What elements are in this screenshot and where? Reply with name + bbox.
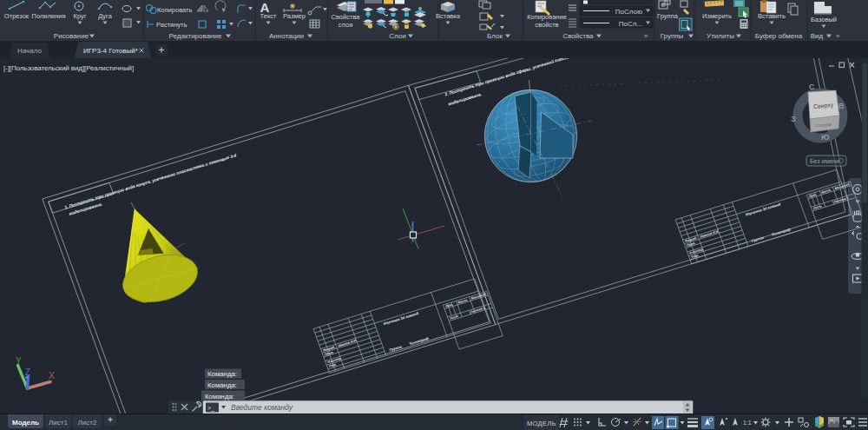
svg-text:Вид: Вид	[811, 32, 824, 40]
svg-text:Копирование: Копирование	[527, 13, 567, 21]
svg-text:С: С	[809, 83, 815, 91]
svg-text:1:1: 1:1	[743, 420, 752, 426]
svg-text:Вставка: Вставка	[436, 12, 461, 20]
svg-text:Редактирование: Редактирование	[169, 32, 222, 40]
svg-text:Полилиния: Полилиния	[32, 12, 66, 20]
svg-text:1. Построить три проекции вида: 1. Построить три проекции вида конуса, у…	[64, 153, 238, 210]
svg-text:ИГР3-4 Готовый*: ИГР3-4 Готовый*	[83, 47, 138, 55]
svg-text:Начало: Начало	[17, 47, 42, 55]
svg-text:Команда:: Команда:	[207, 370, 237, 378]
svg-text:Лист1: Лист1	[49, 419, 68, 427]
svg-text:Команда:: Команда:	[207, 381, 237, 389]
svg-text:Z: Z	[25, 367, 30, 377]
svg-text:Рисование: Рисование	[54, 32, 89, 40]
svg-text:Группа: Группа	[657, 12, 679, 20]
svg-text:Аннотации: Аннотации	[269, 32, 304, 40]
svg-text:З: З	[791, 115, 796, 123]
svg-text:В: В	[838, 102, 845, 110]
svg-text:Размер: Размер	[283, 12, 306, 20]
svg-text:>_: >_	[207, 405, 214, 412]
svg-text:Блок: Блок	[487, 32, 503, 40]
svg-text:Без имени: Без имени	[810, 158, 839, 164]
svg-text:ПоСл...: ПоСл...	[619, 20, 642, 28]
svg-text:ПоСлою: ПоСлою	[615, 8, 642, 16]
svg-text:Слои: Слои	[389, 32, 405, 40]
svg-text:X: X	[49, 371, 55, 380]
svg-text:Дуга: Дуга	[98, 12, 113, 20]
svg-text:[-][Пользовательский вид][Реал: [-][Пользовательский вид][Реалистичный]	[3, 64, 134, 72]
svg-text:Свойства: Свойства	[562, 32, 594, 40]
svg-text:Свойства: Свойства	[332, 13, 361, 21]
svg-text:Растянуть: Растянуть	[156, 21, 187, 29]
svg-text:свойств: свойств	[535, 21, 558, 29]
svg-text:Лист2: Лист2	[78, 419, 97, 427]
svg-text:Буфер обмена: Буфер обмена	[755, 32, 803, 40]
svg-text:Копировать: Копировать	[157, 6, 192, 14]
svg-text:Модель: Модель	[12, 419, 39, 427]
svg-text:Утилиты: Утилиты	[707, 32, 734, 40]
svg-text:Ю: Ю	[821, 133, 829, 142]
svg-text:МОДЕЛЬ: МОДЕЛЬ	[527, 420, 556, 427]
svg-text:Измерить: Измерить	[702, 12, 732, 20]
svg-text:A: A	[260, 0, 270, 15]
svg-text:Отрезок: Отрезок	[4, 12, 30, 20]
svg-text:»: »	[836, 32, 840, 40]
svg-text:Y: Y	[16, 356, 22, 366]
svg-text:Группы: Группы	[661, 32, 684, 40]
svg-text:Команда:: Команда:	[205, 393, 234, 400]
svg-text:Базовый: Базовый	[811, 16, 837, 23]
svg-text:Вставить: Вставить	[758, 12, 786, 20]
svg-text:Введите команду: Введите команду	[231, 403, 293, 412]
svg-text:»: »	[644, 32, 648, 40]
svg-text:Круг: Круг	[74, 12, 87, 20]
svg-text:слоя: слоя	[339, 21, 352, 29]
